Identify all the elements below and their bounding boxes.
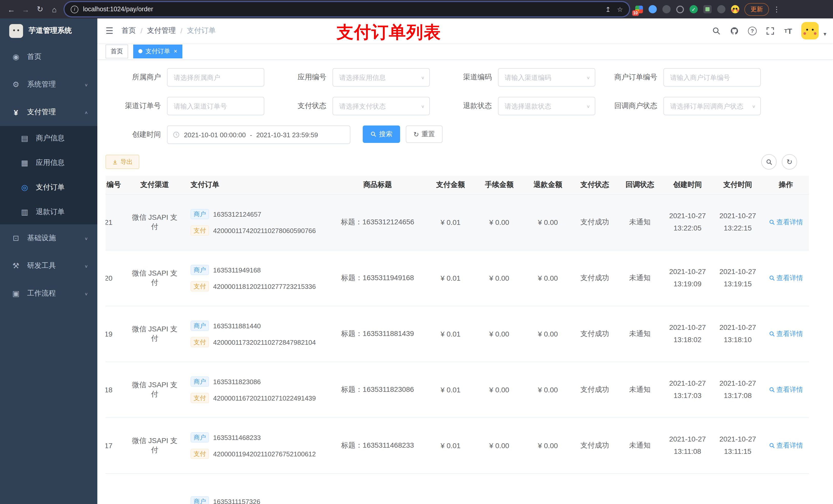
filter-merchant: 所属商户	[105, 68, 264, 87]
create-time-cell: 2021-10-27 13:22:05	[662, 194, 713, 250]
extension-icon[interactable]	[662, 5, 671, 13]
pay-amount-cell: ¥ 0.01	[426, 418, 475, 474]
site-info-icon[interactable]: i	[71, 5, 78, 13]
browser-refresh-icon[interactable]: ↻	[33, 2, 47, 16]
view-detail-link[interactable]: 查看详情	[769, 273, 803, 283]
filter-refund-status: 退款状态 ∨	[436, 97, 595, 115]
browser-back-icon[interactable]: ←	[4, 2, 19, 16]
fee-amount-cell: ¥ 0.00	[475, 194, 524, 250]
merchant-tag: 商户	[191, 209, 209, 219]
view-detail-link[interactable]: 查看详情	[769, 385, 803, 394]
sidebar-item-app-info[interactable]: ▦ 应用信息	[0, 150, 97, 175]
sidebar-item-system[interactable]: ⚙ 系统管理 ∨	[0, 71, 97, 98]
actions-cell: 查看详情	[763, 194, 809, 250]
table-tools: ↻	[761, 154, 797, 170]
actions-cell: 查看详情	[763, 306, 809, 362]
notify-status-cell: 未通知	[617, 362, 662, 418]
order-id-cell: 18	[105, 362, 129, 418]
sidebar-item-workflow[interactable]: ▣ 工作流程 ∨	[0, 280, 97, 307]
order-id-cell	[105, 474, 129, 504]
refund-amount-cell	[524, 474, 572, 504]
refresh-table-button[interactable]: ↻	[782, 154, 797, 170]
sidebar-item-refund-order[interactable]: ▥ 退款订单	[0, 200, 97, 224]
search-icon	[371, 131, 377, 137]
breadcrumb-home[interactable]: 首页	[122, 26, 136, 35]
notify-status-select[interactable]	[664, 97, 760, 115]
merchant-order-no: 1635311468233	[213, 434, 261, 441]
hamburger-icon[interactable]: ☰	[105, 25, 114, 36]
browser-update-button[interactable]: 更新	[744, 3, 769, 16]
view-detail-link[interactable]: 查看详情	[769, 218, 803, 227]
export-button[interactable]: 导出	[105, 155, 139, 169]
help-icon[interactable]: ?	[748, 26, 757, 35]
refund-amount-cell: ¥ 0.00	[524, 418, 572, 474]
app-logo[interactable]: 芋道管理系统	[0, 19, 97, 43]
share-icon[interactable]: ↥	[605, 5, 611, 13]
create-time-cell: 2021-10-27 13:19:09	[662, 250, 713, 306]
channel-order-no-input[interactable]	[168, 97, 264, 115]
sidebar-item-dev-tools[interactable]: ⚒ 研发工具 ∨	[0, 252, 97, 280]
pay-amount-cell: ¥ 0.01	[426, 306, 475, 362]
sidebar-item-merchant-info[interactable]: ▤ 商户信息	[0, 126, 97, 150]
sidebar-item-pay-order[interactable]: ◎ 支付订单	[0, 175, 97, 200]
pay-status-cell: 支付成功	[572, 362, 617, 418]
date-range-picker[interactable]: 2021-10-01 00:00:00 - 2021-10-31 23:59:5…	[167, 125, 351, 144]
active-dot-icon	[138, 49, 142, 53]
browser-forward-icon[interactable]: →	[19, 2, 33, 16]
merchant-filter-input[interactable]	[168, 69, 264, 86]
tab-home[interactable]: 首页	[105, 44, 128, 58]
browser-home-icon[interactable]: ⌂	[47, 2, 62, 16]
refund-status-select[interactable]	[498, 97, 595, 115]
pay-channel-cell: 微信 JSAPI 支付	[129, 306, 180, 362]
url-text[interactable]: localhost:1024/pay/order	[83, 6, 599, 13]
font-size-icon[interactable]: TT	[784, 26, 793, 35]
github-icon[interactable]	[730, 26, 739, 35]
bookmark-star-icon[interactable]: ☆	[617, 5, 623, 13]
channel-code-select[interactable]	[498, 69, 595, 86]
create-time-cell	[662, 474, 713, 504]
extension-icon[interactable]: 10	[635, 5, 643, 13]
extension-icon[interactable]	[648, 5, 657, 13]
filter-row: 渠道订单号 支付状态 ∨ 退款状态 ∨ 回调商户状态 ∨	[105, 97, 825, 115]
merchant-tag: 商户	[191, 377, 209, 387]
extension-pin-icon[interactable]	[717, 5, 725, 13]
tab-pay-order[interactable]: 支付订单 ×	[133, 44, 182, 58]
pay-tag: 支付	[191, 449, 209, 459]
pay-status-select[interactable]	[333, 97, 429, 115]
merchant-order-no-input[interactable]	[664, 69, 760, 86]
merchant-order-no: 1635311157326	[213, 498, 260, 504]
sidebar-item-infrastructure[interactable]: ⊡ 基础设施 ∨	[0, 224, 97, 252]
col-header-status: 支付状态	[572, 176, 617, 194]
view-detail-link[interactable]: 查看详情	[769, 441, 803, 450]
sidebar-item-home[interactable]: ◉ 首页	[0, 43, 97, 71]
user-avatar[interactable]	[802, 22, 819, 40]
app-id-select[interactable]	[333, 69, 429, 86]
avatar-caret-icon[interactable]: ▾	[824, 31, 826, 38]
extension-icon[interactable]	[704, 5, 712, 13]
fullscreen-icon[interactable]	[766, 26, 775, 35]
toggle-search-button[interactable]	[761, 154, 777, 170]
search-icon[interactable]	[712, 26, 721, 35]
order-id-cell: 17	[105, 418, 129, 474]
extension-badge: 10	[632, 10, 639, 16]
search-button[interactable]: 搜索	[363, 125, 400, 143]
close-icon[interactable]: ×	[174, 48, 177, 54]
address-bar[interactable]: i localhost:1024/pay/order ↥ ☆	[65, 2, 629, 16]
breadcrumb-payment[interactable]: 支付管理	[147, 26, 176, 35]
reset-button[interactable]: ↻ 重置	[406, 125, 443, 143]
extension-icon[interactable]	[676, 5, 684, 13]
chevron-down-icon: ∨	[586, 104, 590, 108]
extension-icon[interactable]: ✓	[690, 5, 698, 13]
filter-pay-status: 支付状态 ∨	[271, 97, 430, 115]
sidebar-item-payment[interactable]: ¥ 支付管理 ∧	[0, 98, 97, 126]
order-id-cell: 19	[105, 306, 129, 362]
col-header-refund: 退款金额	[524, 176, 572, 194]
pay-order-cell: 商户1635311881440支付42000011732021102728479…	[180, 306, 329, 362]
table-header-row: 编号 支付渠道 支付订单 商品标题 支付金额 手续金额 退款金额 支付状态 回调…	[105, 176, 809, 194]
payment-submenu: ▤ 商户信息 ▦ 应用信息 ◎ 支付订单 ▥ 退款订单	[0, 126, 97, 224]
view-detail-link[interactable]: 查看详情	[769, 329, 803, 339]
browser-menu-icon[interactable]: ⋮	[773, 5, 780, 13]
pay-time-cell: 2021-10-27 13:19:15	[713, 250, 763, 306]
notify-status-cell	[617, 474, 662, 504]
profile-avatar[interactable]	[731, 5, 739, 13]
